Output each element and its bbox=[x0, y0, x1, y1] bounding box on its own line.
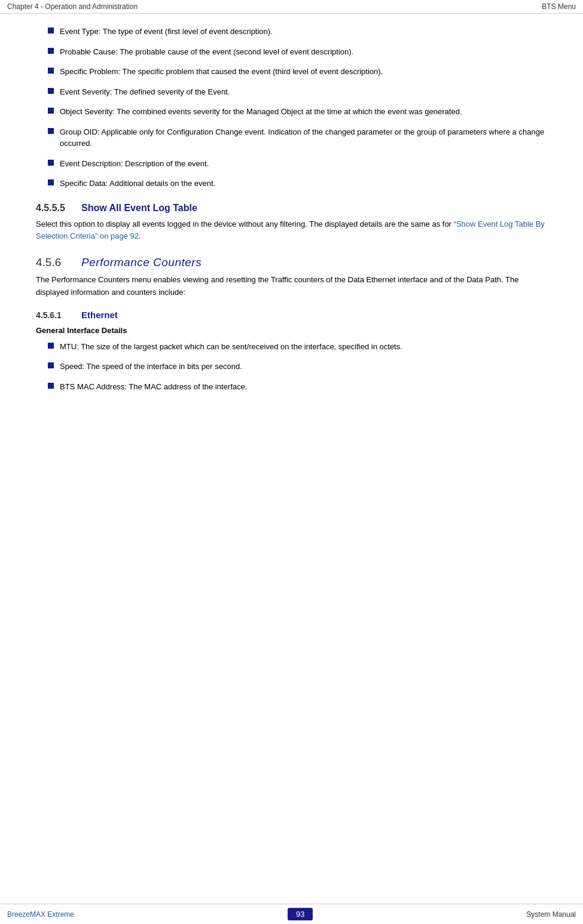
bullet-text: Probable Cause: The probable cause of th… bbox=[60, 46, 353, 58]
footer-left: BreezeMAX Extreme bbox=[7, 910, 74, 919]
bullet-icon bbox=[48, 88, 54, 94]
bullet-icon bbox=[48, 343, 54, 349]
bullet-text: Object Severity: The combined events sev… bbox=[60, 106, 462, 118]
bullet-text: Event Description: Description of the ev… bbox=[60, 158, 209, 170]
list-item: Event Description: Description of the ev… bbox=[36, 158, 547, 170]
section-4555-heading: 4.5.5.5 Show All Event Log Table bbox=[36, 203, 547, 214]
bullet-text: Specific Data: Additional details on the… bbox=[60, 178, 215, 190]
bullet-text: Specific Problem: The specific problem t… bbox=[60, 66, 383, 78]
list-item: Speed: The speed of the interface in bit… bbox=[36, 361, 547, 373]
bullet-icon bbox=[48, 28, 54, 33]
section-456-body: The Performance Counters menu enables vi… bbox=[36, 274, 547, 299]
bullet-text: BTS MAC Address: The MAC address of the … bbox=[60, 381, 247, 393]
list-item: Group OID: Applicable only for Configura… bbox=[36, 126, 547, 150]
bullet-icon bbox=[48, 383, 54, 389]
section-4561-title: Ethernet bbox=[81, 310, 118, 320]
list-item: BTS MAC Address: The MAC address of the … bbox=[36, 381, 547, 393]
page-footer: BreezeMAX Extreme 93 System Manual bbox=[0, 904, 583, 924]
page-header: Chapter 4 - Operation and Administration… bbox=[0, 0, 583, 14]
bullet-icon bbox=[48, 362, 54, 368]
section-4555-title: Show All Event Log Table bbox=[81, 203, 197, 214]
bullet-icon bbox=[48, 128, 54, 134]
section-456-number: 4.5.6 bbox=[36, 256, 72, 269]
header-section: BTS Menu bbox=[542, 2, 576, 11]
list-item: Object Severity: The combined events sev… bbox=[36, 106, 547, 118]
bullet-icon bbox=[48, 48, 54, 54]
section-4561-number: 4.5.6.1 bbox=[36, 310, 72, 320]
top-bullet-list: Event Type: The type of event (first lev… bbox=[36, 26, 547, 190]
section-456-heading: 4.5.6 Performance Counters bbox=[36, 256, 547, 269]
section-456-title: Performance Counters bbox=[81, 256, 202, 269]
section-4561-heading: 4.5.6.1 Ethernet bbox=[36, 310, 547, 320]
bullet-icon bbox=[48, 160, 54, 166]
bullet-text: Group OID: Applicable only for Configura… bbox=[60, 126, 547, 150]
bullet-text: Speed: The speed of the interface in bit… bbox=[60, 361, 242, 373]
footer-right: System Manual bbox=[526, 910, 576, 919]
list-item: MTU: The size of the largest packet whic… bbox=[36, 341, 547, 353]
list-item: Probable Cause: The probable cause of th… bbox=[36, 46, 547, 58]
footer-page-number: 93 bbox=[288, 908, 313, 920]
bullet-icon bbox=[48, 179, 54, 185]
list-item: Specific Data: Additional details on the… bbox=[36, 178, 547, 190]
section-4555-body: Select this option to display all events… bbox=[36, 218, 547, 243]
bullet-icon bbox=[48, 68, 54, 74]
general-interface-details-label: General Interface Details bbox=[36, 326, 547, 335]
section-4555-number: 4.5.5.5 bbox=[36, 203, 72, 214]
section-4555-body-text: Select this option to display all events… bbox=[36, 219, 454, 228]
bullet-icon bbox=[48, 108, 54, 114]
header-chapter: Chapter 4 - Operation and Administration bbox=[7, 2, 138, 11]
list-item: Event Severity: The defined severity of … bbox=[36, 86, 547, 98]
list-item: Event Type: The type of event (first lev… bbox=[36, 26, 547, 38]
section-4555-body-end: . bbox=[139, 231, 141, 240]
bullet-text: Event Severity: The defined severity of … bbox=[60, 86, 230, 98]
main-content: Event Type: The type of event (first lev… bbox=[0, 14, 583, 437]
ethernet-bullet-list: MTU: The size of the largest packet whic… bbox=[36, 341, 547, 393]
bullet-text: Event Type: The type of event (first lev… bbox=[60, 26, 273, 38]
list-item: Specific Problem: The specific problem t… bbox=[36, 66, 547, 78]
bullet-text: MTU: The size of the largest packet whic… bbox=[60, 341, 402, 353]
